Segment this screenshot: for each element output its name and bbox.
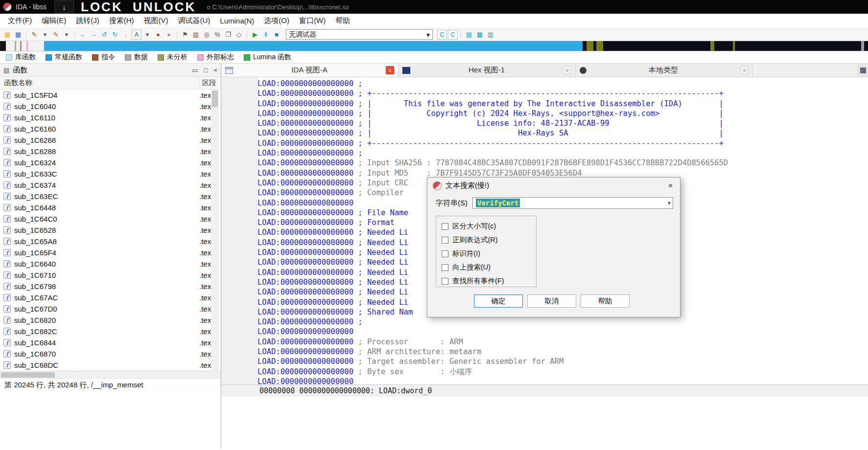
menu-item[interactable]: Lumina(N): [215, 15, 259, 27]
disassembly-line[interactable]: LOAD:0000000000000000 ; Processor : ARM: [258, 337, 868, 347]
highlight-pen-icon[interactable]: ✎: [51, 30, 61, 40]
navigate-back-icon[interactable]: ←: [78, 30, 88, 40]
function-row[interactable]: f sub_1C6040 .tex: [0, 101, 221, 112]
function-row[interactable]: f sub_1C6268 .tex: [0, 135, 221, 146]
dock-icon[interactable]: ▭: [192, 67, 198, 74]
record-off-icon[interactable]: ●: [164, 30, 174, 40]
column-function-name[interactable]: 函数名称: [4, 78, 199, 88]
disassembly-line[interactable]: LOAD:0000000000000000 ; Target assembler…: [258, 357, 868, 366]
dialog-title-bar[interactable]: 文本搜索(慢!) ×: [427, 178, 680, 194]
debug-run-icon[interactable]: ▶: [250, 30, 260, 40]
search-option-checkbox[interactable]: 区分大小写(c): [442, 222, 536, 231]
function-row[interactable]: f sub_1C6798 .tex: [0, 281, 221, 292]
disassembly-line[interactable]: LOAD:0000000000000000 ;: [258, 317, 868, 327]
menu-item[interactable]: 文件(F): [3, 14, 37, 27]
function-row[interactable]: f sub_1C6820 .tex: [0, 315, 221, 326]
window-cascade-icon[interactable]: ▥: [486, 30, 495, 40]
flag-icon[interactable]: ⚑: [180, 30, 190, 40]
function-row[interactable]: f sub_1C6110 .tex: [0, 112, 221, 123]
menu-item[interactable]: 跳转(J): [71, 14, 104, 27]
disassembly-line[interactable]: LOAD:0000000000000000 ; Input SHA256 : 7…: [258, 158, 868, 168]
menu-item[interactable]: 调试器(U): [173, 14, 215, 27]
disassembly-line[interactable]: LOAD:0000000000000000 ; | License info: …: [258, 118, 868, 128]
toolbar-separator[interactable]: [74, 31, 75, 39]
disassembly-line[interactable]: LOAD:0000000000000000 ; | Hex-Rays SA |: [258, 128, 868, 138]
disassembly-line[interactable]: LOAD:0000000000000000 ;: [258, 148, 868, 158]
function-row[interactable]: f sub_1C64C0 .tex: [0, 213, 221, 225]
menu-item[interactable]: 搜索(H): [104, 14, 139, 27]
search-icon[interactable]: ◎: [202, 30, 211, 40]
save-icon[interactable]: ▦: [13, 30, 23, 40]
debug-stop-icon[interactable]: ■: [272, 30, 282, 40]
function-row[interactable]: f sub_1C6710 .tex: [0, 270, 221, 281]
chevron-down-icon[interactable]: ▾: [62, 30, 71, 40]
search-option-checkbox[interactable]: 向上搜索(U): [442, 263, 536, 272]
ruler-icon[interactable]: ◇: [234, 30, 244, 40]
navigation-band[interactable]: [0, 41, 868, 51]
close-icon[interactable]: ×: [740, 66, 749, 74]
help-button[interactable]: 帮助: [581, 294, 630, 308]
undo-icon[interactable]: ↺: [99, 30, 109, 40]
disassembly-line[interactable]: LOAD:0000000000000000: [258, 377, 868, 384]
jump-icon[interactable]: ↓: [121, 30, 131, 40]
float-icon[interactable]: □: [204, 67, 208, 74]
toolbar-separator[interactable]: [177, 31, 177, 39]
terminal-c2-icon[interactable]: C: [448, 30, 458, 40]
overlay-download-icon[interactable]: ↓: [54, 0, 74, 13]
menu-item[interactable]: 窗口(W): [294, 14, 330, 27]
navigate-forward-icon[interactable]: →: [89, 30, 98, 40]
toolbar-separator[interactable]: [461, 31, 461, 39]
record-on-icon[interactable]: ●: [153, 30, 163, 40]
disassembly-line[interactable]: LOAD:0000000000000000 ;: [258, 79, 868, 89]
search-option-checkbox[interactable]: 查找所有事件(F): [442, 276, 536, 286]
terminal-c-icon[interactable]: C: [437, 30, 447, 40]
function-row[interactable]: f sub_1C6448 .tex: [0, 202, 221, 213]
function-row[interactable]: f sub_1C6844 .tex: [0, 337, 221, 348]
open-file-icon[interactable]: ▤: [2, 30, 12, 40]
tab-local-types[interactable]: 本地类型 ×: [576, 64, 753, 77]
edit-pen-icon[interactable]: ✎: [29, 30, 39, 40]
window-tile-icon[interactable]: ▦: [475, 30, 485, 40]
function-row[interactable]: f sub_1C6324 .tex: [0, 157, 221, 168]
function-row[interactable]: f sub_1C633C .tex: [0, 168, 221, 180]
function-row[interactable]: f sub_1C65F4 .tex: [0, 247, 221, 258]
toolbar-separator[interactable]: [247, 31, 247, 39]
tab-ida-view-a[interactable]: IDA 视图-A ×: [221, 64, 399, 77]
menu-item[interactable]: 帮助: [330, 14, 355, 27]
disassembly-line[interactable]: LOAD:0000000000000000 ; | Copyright (c) …: [258, 109, 868, 118]
search-string-input[interactable]: VerifyCert ▾: [472, 197, 673, 209]
disassembly-line[interactable]: LOAD:0000000000000000 ; +---------------…: [258, 138, 868, 148]
windows-icon[interactable]: ❐: [223, 30, 233, 40]
disassembly-line[interactable]: LOAD:0000000000000000 ; +---------------…: [258, 89, 868, 98]
function-row[interactable]: f sub_1C6640 .tex: [0, 258, 221, 270]
chevron-down-icon[interactable]: ▾: [40, 30, 50, 40]
disassembly-line[interactable]: LOAD:0000000000000000 ; | This file was …: [258, 99, 868, 109]
scrollbar-thumb[interactable]: [212, 90, 218, 107]
menu-item[interactable]: 选项(O): [259, 14, 294, 27]
function-row[interactable]: f sub_1C6288 .tex: [0, 146, 221, 157]
debug-pause-icon[interactable]: ‖: [261, 30, 271, 40]
column-segment[interactable]: 区段: [199, 78, 221, 88]
functions-panel-header[interactable]: ▤ 函数 ▭ □ ×: [0, 64, 221, 77]
function-row[interactable]: f sub_1C67AC .tex: [0, 292, 221, 303]
window-list-icon[interactable]: ▤: [464, 30, 474, 40]
function-row[interactable]: f sub_1C6528 .tex: [0, 225, 221, 236]
structures-icon[interactable]: ▥: [191, 30, 201, 40]
scrollbar-thumb[interactable]: [1, 372, 55, 378]
function-row[interactable]: f sub_1C65A8 .tex: [0, 236, 221, 247]
functions-column-header[interactable]: 函数名称 区段: [0, 77, 221, 90]
close-icon[interactable]: ×: [563, 66, 571, 74]
horizontal-scrollbar[interactable]: [0, 371, 221, 378]
function-row[interactable]: f sub_1C63EC .tex: [0, 191, 221, 202]
function-row[interactable]: f sub_1C5FD4 .tex: [0, 90, 221, 101]
menu-item[interactable]: 编辑(E): [37, 14, 71, 27]
calculator-icon[interactable]: %: [212, 30, 222, 40]
text-style-icon[interactable]: A: [132, 30, 141, 40]
tab-hex-view-1[interactable]: Hex 视图-1 ×: [399, 64, 576, 77]
search-option-checkbox[interactable]: 正则表达式(R): [442, 235, 536, 245]
tab-overflow[interactable]: [858, 64, 868, 77]
function-row[interactable]: f sub_1C6374 .tex: [0, 180, 221, 191]
search-option-checkbox[interactable]: 标识符(I): [442, 249, 536, 258]
ok-button[interactable]: 确定: [474, 294, 523, 308]
chevron-down-icon[interactable]: ▾: [668, 200, 671, 206]
